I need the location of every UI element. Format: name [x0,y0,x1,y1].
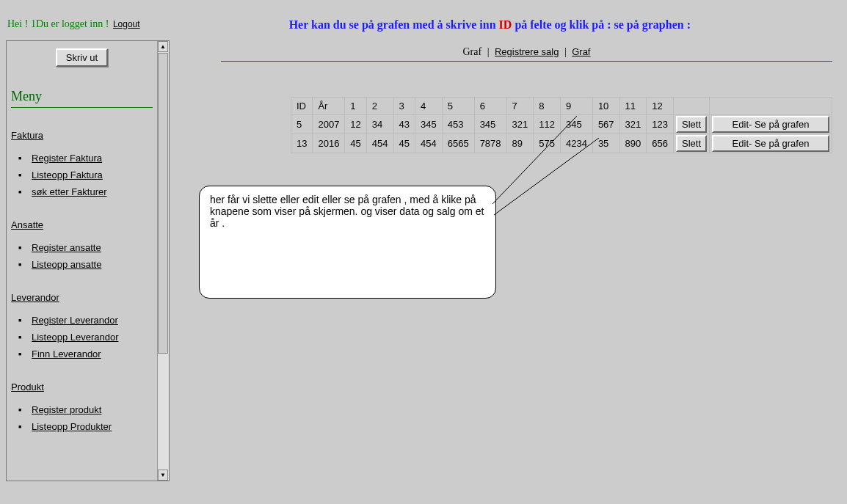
edit-view-graph-button[interactable]: Edit- Se på grafen [712,135,829,152]
table-header-cell: 4 [415,98,443,115]
table-cell: 453 [442,115,474,134]
table-header-cell: 3 [393,98,415,115]
table-header-cell: 7 [506,98,534,115]
logout-link[interactable]: Logout [113,19,140,29]
table-header-cell: 1 [345,98,366,115]
table-cell: 43 [393,115,415,134]
subnav-graf-link[interactable]: Graf [572,46,590,57]
menu-link[interactable]: Register ansatte [32,242,101,253]
table-header-cell: 5 [442,98,474,115]
table-cell: 6565 [442,134,474,153]
menu-link[interactable]: Listeopp ansatte [32,259,101,270]
sidebar: Skriv ut Meny FakturaRegister FakturaLis… [6,40,170,481]
table-cell: 35 [592,134,619,153]
menu-link[interactable]: Listeopp Leverandor [32,332,119,343]
table-header-cell: 11 [619,98,647,115]
table-cell: 321 [506,115,534,134]
menu-item: Register ansatte [32,242,153,253]
table-cell: 2007 [313,115,345,134]
table-header-cell: 6 [474,98,506,115]
table-header-cell [673,98,709,115]
table-cell: 112 [534,115,561,134]
sidebar-scrollbar[interactable]: ▲ ▼ [157,41,169,481]
menu-link[interactable]: Listeopp Produkter [32,421,112,432]
table-header-cell: ID [291,98,312,115]
menu-item: søk etter Fakturer [32,186,153,197]
data-table: IDÅr123456789101112520071234433454533453… [291,97,832,153]
scroll-down-icon[interactable]: ▼ [158,470,168,481]
table-cell: 656 [647,134,674,153]
subnav-registrere-salg-link[interactable]: Registrere salg [495,46,559,57]
menu-item: Listeopp Produkter [32,421,153,432]
menu-link[interactable]: Register Faktura [32,153,102,164]
table-cell: 13 [291,134,312,153]
menu-link[interactable]: Register produkt [32,404,101,415]
menu-item: Listeopp Faktura [32,169,153,180]
table-header-cell: 8 [534,98,561,115]
section-title: Produkt [11,381,153,392]
delete-button[interactable]: Slett [676,116,707,133]
edit-view-graph-button[interactable]: Edit- Se på grafen [712,116,829,133]
print-button[interactable]: Skriv ut [56,48,108,67]
scroll-up-icon[interactable]: ▲ [158,41,168,52]
table-cell: 345 [415,115,443,134]
table-header-cell: År [313,98,345,115]
table-header-cell: 9 [560,98,592,115]
menu-divider [11,107,153,108]
menu-link[interactable]: søk etter Fakturer [32,186,107,197]
table-cell: 890 [619,134,647,153]
menu-link[interactable]: Listeopp Faktura [32,169,103,180]
table-cell: 45 [393,134,415,153]
greeting-text: Hei ! 1Du er logget inn ! [7,18,112,29]
table-cell: 454 [366,134,393,153]
table-cell: 5 [291,115,312,134]
menu-link[interactable]: Register Leverandor [32,315,118,326]
menu-item: Register produkt [32,404,153,415]
menu-item: Register Faktura [32,153,153,164]
section-title: Leverandor [11,292,153,303]
sub-navigation: Graf | Registrere salg | Graf [221,46,832,58]
menu-title: Meny [11,89,153,104]
table-cell: 345 [560,115,592,134]
table-cell: 4234 [560,134,592,153]
table-cell: 12 [345,115,366,134]
table-header-cell: 2 [366,98,393,115]
menu-item: Listeopp ansatte [32,259,153,270]
table-cell: 89 [506,134,534,153]
delete-button[interactable]: Slett [676,135,707,152]
subnav-divider [221,61,832,62]
table-cell: 34 [366,115,393,134]
subnav-graf-label: Graf [462,46,481,57]
table-cell: 575 [534,134,561,153]
section-title: Faktura [11,130,153,141]
menu-link[interactable]: Finn Leverandor [32,348,101,359]
table-row: 1320164545445454656578788957542343589065… [291,134,832,153]
table-cell: 45 [345,134,366,153]
scroll-thumb[interactable] [158,53,168,354]
table-cell: 454 [415,134,443,153]
table-cell: 345 [474,115,506,134]
table-row: 52007123443345453345321112345567321123Sl… [291,115,832,134]
menu-item: Register Leverandor [32,315,153,326]
menu-item: Finn Leverandor [32,348,153,359]
table-cell: 7878 [474,134,506,153]
table-header-cell: 10 [592,98,619,115]
menu-item: Listeopp Leverandor [32,332,153,343]
table-cell: 2016 [313,134,345,153]
table-header-cell [710,98,832,115]
table-cell: 567 [592,115,619,134]
callout-box: her får vi slette eller edit eller se på… [199,186,496,299]
table-cell: 321 [619,115,647,134]
table-cell: 123 [647,115,674,134]
table-header-cell: 12 [647,98,674,115]
section-title: Ansatte [11,219,153,230]
page-header: Her kan du se på grafen med å skrive inn… [289,18,691,31]
